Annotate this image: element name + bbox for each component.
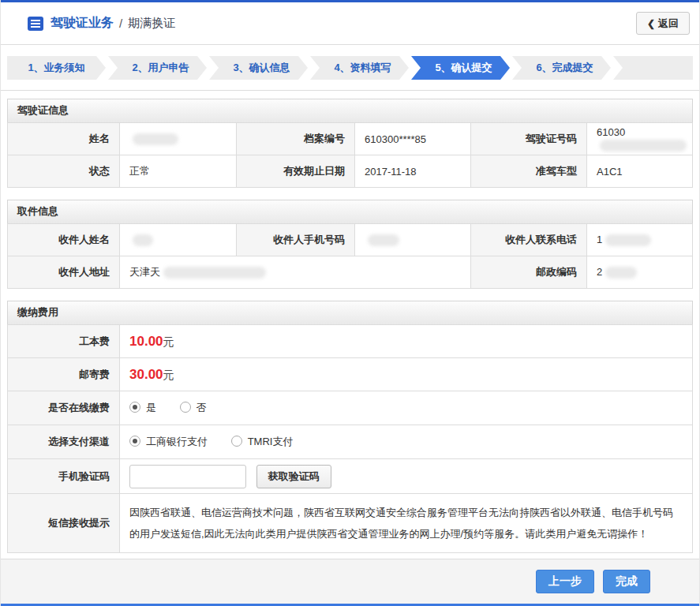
footer-action-bar: 上一步 完成 xyxy=(1,559,699,604)
recipient-address-value: 天津天 xyxy=(120,256,471,289)
step-nav-filler xyxy=(613,56,693,80)
redacted-value xyxy=(133,133,178,145)
vehicle-class-label: 准驾车型 xyxy=(471,155,587,188)
table-row: 是否在线缴费 是 否 xyxy=(8,391,693,425)
postage-fee-value: 30.00元 xyxy=(120,358,693,391)
table-row: 收件人地址 天津天 邮政编码 2 xyxy=(8,256,693,289)
channel-icbc-radio[interactable] xyxy=(129,436,140,447)
pay-channel-options: 工商银行支付 TMRI支付 xyxy=(120,425,693,459)
table-row: 邮寄费 30.00元 xyxy=(8,358,693,391)
back-button[interactable]: ❮ 返回 xyxy=(636,12,690,35)
payment-fees-section-title: 缴纳费用 xyxy=(7,301,693,324)
license-no-label: 驾驶证号码 xyxy=(471,123,587,155)
previous-step-button[interactable]: 上一步 xyxy=(536,570,594,593)
recipient-name-label: 收件人姓名 xyxy=(8,224,120,256)
pickup-info-section-title: 取件信息 xyxy=(7,200,693,223)
license-info-table: 姓名 档案编号 610300****85 驾驶证号码 61030 状态 正常 有… xyxy=(7,122,693,188)
payment-fees-section: 缴纳费用 工本费 10.00元 邮寄费 30.00元 是否在线缴费 是 否 选择… xyxy=(7,301,693,553)
sms-tip-label: 短信接收提示 xyxy=(8,494,120,553)
license-info-section: 驾驶证信息 姓名 档案编号 610300****85 驾驶证号码 61030 状… xyxy=(7,99,693,188)
table-row: 手机验证码 获取验证码 xyxy=(8,459,693,494)
sms-code-cell: 获取验证码 xyxy=(120,459,693,494)
file-no-label: 档案编号 xyxy=(237,123,355,155)
recipient-phone-value: 1 xyxy=(587,224,693,256)
recipient-mobile-value xyxy=(355,224,471,256)
license-info-section-title: 驾驶证信息 xyxy=(7,99,693,122)
table-row: 工本费 10.00元 xyxy=(8,325,693,358)
breadcrumb-separator: / xyxy=(119,17,122,30)
recipient-address-label: 收件人地址 xyxy=(8,256,120,289)
sms-code-input[interactable] xyxy=(129,465,246,488)
recipient-mobile-label: 收件人手机号码 xyxy=(237,224,355,256)
breadcrumb-current: 期满换证 xyxy=(128,16,175,31)
online-pay-yes-label[interactable]: 是 xyxy=(146,402,156,413)
channel-icbc-label[interactable]: 工商银行支付 xyxy=(146,436,208,447)
table-row: 收件人姓名 收件人手机号码 收件人联系电话 1 xyxy=(8,224,693,256)
redacted-value xyxy=(163,267,266,279)
sms-tip-text: 因陕西省联通、电信运营商技术问题，陕西省互联网交通安全综合服务管理平台无法向持陕… xyxy=(120,494,693,553)
redacted-value xyxy=(368,234,399,246)
step-6-complete-submit[interactable]: 6、完成提交 xyxy=(512,56,611,80)
online-pay-options: 是 否 xyxy=(120,391,693,425)
expiry-label: 有效期止日期 xyxy=(237,155,355,188)
postage-fee-label: 邮寄费 xyxy=(8,358,120,391)
online-pay-no-label[interactable]: 否 xyxy=(197,402,207,413)
file-no-value: 610300****85 xyxy=(355,123,471,155)
chevron-left-icon: ❮ xyxy=(647,18,655,29)
expiry-value: 2017-11-18 xyxy=(355,155,471,188)
redacted-value xyxy=(605,234,651,246)
finish-button[interactable]: 完成 xyxy=(603,570,650,593)
get-sms-code-button[interactable]: 获取验证码 xyxy=(256,465,331,488)
step-2-user-declaration[interactable]: 2、用户申告 xyxy=(108,56,207,80)
online-pay-label: 是否在线缴费 xyxy=(8,391,120,425)
divider xyxy=(1,90,699,91)
page-title: 驾驶证业务 xyxy=(51,15,114,32)
vehicle-class-value: A1C1 xyxy=(587,155,693,188)
name-label: 姓名 xyxy=(8,123,120,155)
channel-tmri-radio[interactable] xyxy=(231,436,242,447)
cost-fee-label: 工本费 xyxy=(8,325,120,358)
table-row: 短信接收提示 因陕西省联通、电信运营商技术问题，陕西省互联网交通安全综合服务管理… xyxy=(8,494,693,553)
step-3-confirm-info[interactable]: 3、确认信息 xyxy=(209,56,308,80)
license-no-value: 61030 xyxy=(587,123,693,155)
online-pay-no-radio[interactable] xyxy=(180,402,191,413)
pay-channel-label: 选择支付渠道 xyxy=(8,425,120,459)
pickup-info-table: 收件人姓名 收件人手机号码 收件人联系电话 1 收件人地址 天津天 邮政编码 2 xyxy=(7,223,693,289)
redacted-value xyxy=(605,267,637,279)
postcode-label: 邮政编码 xyxy=(471,256,587,289)
table-row: 状态 正常 有效期止日期 2017-11-18 准驾车型 A1C1 xyxy=(8,155,693,188)
status-value: 正常 xyxy=(120,155,237,188)
status-label: 状态 xyxy=(8,155,120,188)
step-1-business-notice[interactable]: 1、业务须知 xyxy=(7,56,106,80)
step-4-fill-data[interactable]: 4、资料填写 xyxy=(310,56,409,80)
license-business-icon xyxy=(28,16,43,32)
table-row: 选择支付渠道 工商银行支付 TMRI支付 xyxy=(8,425,693,459)
page-header: 驾驶证业务 / 期满换证 ❮ 返回 xyxy=(1,2,699,45)
step-5-confirm-submit[interactable]: 5、确认提交 xyxy=(411,56,510,80)
payment-fees-table: 工本费 10.00元 邮寄费 30.00元 是否在线缴费 是 否 选择支付渠道 … xyxy=(7,324,693,553)
online-pay-yes-radio[interactable] xyxy=(129,402,140,413)
sms-code-label: 手机验证码 xyxy=(8,459,120,494)
channel-tmri-label[interactable]: TMRI支付 xyxy=(248,436,294,447)
name-value xyxy=(120,123,237,155)
redacted-value xyxy=(600,140,687,152)
back-button-label: 返回 xyxy=(658,17,679,31)
table-row: 姓名 档案编号 610300****85 驾驶证号码 61030 xyxy=(8,123,693,155)
redacted-value xyxy=(133,234,153,246)
postcode-value: 2 xyxy=(587,256,693,289)
recipient-name-value xyxy=(120,224,237,256)
cost-fee-value: 10.00元 xyxy=(120,325,693,358)
recipient-phone-label: 收件人联系电话 xyxy=(471,224,587,256)
pickup-info-section: 取件信息 收件人姓名 收件人手机号码 收件人联系电话 1 收件人地址 天津天 邮… xyxy=(7,200,693,289)
step-navigation: 1、业务须知 2、用户申告 3、确认信息 4、资料填写 5、确认提交 6、完成提… xyxy=(7,56,693,80)
